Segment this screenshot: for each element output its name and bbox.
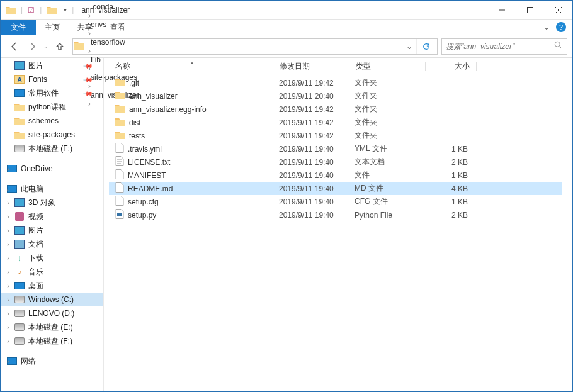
docs-icon [14, 239, 25, 249]
maximize-button[interactable] [516, 1, 544, 19]
tree-item-label: OneDrive [21, 164, 53, 173]
qat-dropdown-icon[interactable]: ▾ [62, 6, 67, 13]
file-row[interactable]: setup.py2019/9/11 19:40Python File2 KB [109, 208, 562, 221]
help-icon[interactable]: ? [556, 22, 566, 32]
breadcrumb-segment[interactable]: .conda [87, 3, 143, 11]
file-name: .travis.yml [128, 145, 162, 154]
file-row[interactable]: ann_visualizer.egg-info2019/9/11 19:42文件… [109, 103, 562, 116]
file-name: setup.py [128, 211, 156, 220]
expand-icon[interactable]: › [4, 241, 12, 248]
file-row[interactable]: README.md2019/9/11 19:40MD 文件4 KB [109, 182, 562, 195]
file-size: 1 KB [424, 145, 474, 154]
chevron-right-icon[interactable]: › [87, 47, 92, 55]
expand-icon[interactable]: › [4, 324, 12, 331]
refresh-button[interactable] [416, 39, 436, 54]
quick-access-item[interactable]: schemes [1, 114, 103, 128]
close-button[interactable] [544, 1, 572, 19]
expand-icon[interactable]: › [4, 296, 12, 303]
quick-access-item[interactable]: 本地磁盘 (F:) [1, 142, 103, 155]
column-header-name[interactable]: ▴名称 [109, 61, 273, 72]
tree-item-label: site-packages [28, 130, 75, 139]
onedrive-root[interactable]: ›OneDrive [1, 162, 103, 176]
expand-icon[interactable]: › [4, 269, 12, 276]
minimize-button[interactable] [487, 1, 516, 19]
tree-item-label: 下载 [28, 253, 43, 264]
expand-icon[interactable]: › [4, 255, 12, 262]
quick-access-item[interactable]: 图片📌 [1, 59, 103, 72]
file-date: 2019/9/11 19:40 [273, 211, 348, 220]
file-row[interactable]: LICENSE.txt2019/9/11 19:40文本文档2 KB [109, 155, 562, 169]
search-input[interactable] [446, 42, 554, 51]
navigation-pane[interactable]: 图片📌AFonts📌常用软件📌python课程schemessite-packa… [1, 58, 104, 391]
pin-icon: 📌 [83, 74, 93, 84]
this-pc-item[interactable]: ›视频 [1, 210, 103, 223]
file-row[interactable]: .travis.yml2019/9/11 19:40YML 文件1 KB [109, 142, 562, 155]
file-date: 2019/9/11 19:42 [273, 132, 348, 140]
this-pc-item[interactable]: ›3D 对象 [1, 196, 103, 210]
expand-icon[interactable]: ⌄ [4, 186, 12, 193]
breadcrumb-segment[interactable]: envs [87, 20, 143, 29]
column-header-type[interactable]: 类型 [349, 61, 425, 72]
search-box[interactable] [441, 38, 567, 55]
this-pc-root[interactable]: ⌄此电脑 [1, 182, 103, 196]
tab-home[interactable]: 主页 [36, 20, 69, 35]
this-pc-item[interactable]: ›本地磁盘 (F:) [1, 334, 103, 348]
chevron-right-icon[interactable]: › [87, 29, 92, 38]
address-dropdown-icon[interactable]: ⌄ [402, 39, 416, 54]
tree-item-label: 此电脑 [21, 184, 43, 194]
search-icon[interactable] [554, 41, 563, 52]
qat-check-icon[interactable]: ☑ [28, 6, 35, 14]
expand-icon[interactable]: › [4, 283, 12, 289]
file-tab[interactable]: 文件 [1, 20, 36, 35]
chevron-right-icon[interactable]: › [87, 11, 92, 20]
breadcrumb-segment[interactable]: tensorflow [87, 38, 143, 47]
this-pc-item[interactable]: ›LENOVO (D:) [1, 306, 103, 320]
file-size: 1 KB [424, 171, 474, 180]
drive-icon [14, 322, 25, 332]
this-pc-item[interactable]: ›♪音乐 [1, 265, 103, 279]
svg-point-1 [555, 42, 560, 47]
column-header-date[interactable]: 修改日期 [273, 61, 349, 72]
expand-ribbon-icon[interactable]: ⌄ [543, 23, 550, 31]
expand-icon[interactable]: › [4, 358, 12, 365]
column-header-size[interactable]: 大小 [426, 61, 476, 72]
this-pc-item[interactable]: ›文档 [1, 237, 103, 251]
this-pc-item[interactable]: ›本地磁盘 (E:) [1, 320, 103, 334]
folder-icon [115, 91, 125, 101]
file-row[interactable]: setup.cfg2019/9/11 19:40CFG 文件1 KB [109, 195, 562, 208]
file-row[interactable]: ann_visualizer2019/9/11 20:40文件夹 [109, 89, 562, 103]
folder-icon [115, 117, 125, 128]
tree-item-label: 音乐 [28, 267, 43, 277]
network-root[interactable]: ›网络 [1, 354, 103, 368]
file-row[interactable]: dist2019/9/11 19:42文件夹 [109, 116, 562, 129]
file-date: 2019/9/11 19:42 [273, 105, 348, 114]
expand-icon[interactable]: › [4, 199, 12, 206]
svg-rect-2 [117, 213, 122, 216]
expand-icon[interactable]: › [4, 310, 12, 317]
forward-button[interactable] [23, 38, 41, 55]
this-pc-item[interactable]: ›桌面 [1, 279, 103, 293]
apps-icon [14, 88, 25, 98]
address-bar[interactable]: «›.conda›envs›tensorflow›Lib›site-packag… [72, 38, 438, 55]
expand-icon[interactable]: › [4, 165, 12, 172]
quick-access-item[interactable]: AFonts📌 [1, 72, 103, 86]
file-row[interactable]: MANIFEST2019/9/11 19:40文件1 KB [109, 169, 562, 182]
quick-access-item[interactable]: 常用软件📌 [1, 86, 103, 100]
expand-icon[interactable]: › [4, 338, 12, 345]
up-button[interactable] [51, 38, 69, 55]
this-pc-item[interactable]: ›图片 [1, 223, 103, 237]
folder-icon [6, 5, 16, 15]
expand-icon[interactable]: › [4, 227, 12, 234]
quick-access-item[interactable]: python课程 [1, 100, 103, 114]
back-button[interactable] [6, 38, 23, 55]
tree-item-label: 常用软件 [28, 88, 59, 99]
this-pc-item[interactable]: ›Windows (C:) [1, 293, 103, 306]
history-dropdown[interactable]: ⌄ [41, 38, 51, 55]
file-row[interactable]: .git2019/9/11 19:42文件夹 [109, 76, 562, 89]
this-pc-item[interactable]: ›↓下载 [1, 251, 103, 265]
file-size: 2 KB [424, 211, 474, 220]
file-row[interactable]: tests2019/9/11 19:42文件夹 [109, 129, 562, 142]
drive-icon [14, 294, 25, 305]
quick-access-item[interactable]: site-packages [1, 128, 103, 142]
expand-icon[interactable]: › [4, 213, 12, 220]
